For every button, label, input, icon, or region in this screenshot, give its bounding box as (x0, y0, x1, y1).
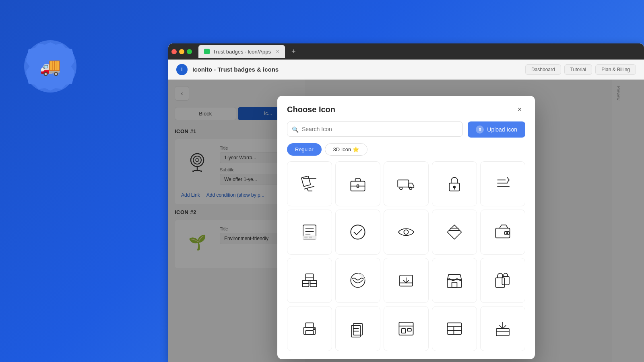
icon-cell-sort-lines[interactable] (480, 161, 525, 206)
main-area: ‹ Block Ic... ICON #1 (168, 80, 644, 362)
minimize-traffic-light[interactable] (179, 49, 184, 54)
traffic-lights (171, 49, 192, 54)
icon-type-tabs: Regular 3D Icon ⭐ (277, 143, 535, 161)
icon-cell-cart-trolley[interactable] (287, 161, 332, 206)
svg-rect-62 (407, 329, 411, 331)
tab-close-button[interactable]: ✕ (276, 49, 279, 54)
icon-grid-container (277, 161, 535, 359)
svg-point-36 (507, 232, 508, 234)
icon-cell-tag-diamond[interactable] (432, 210, 477, 255)
svg-rect-47 (447, 280, 461, 287)
upload-circle-icon: ⬆ (476, 125, 484, 134)
modal-header: Choose Icon × (277, 96, 535, 121)
icon-cell-delivery-truck[interactable] (384, 161, 429, 206)
tab-favicon (204, 49, 210, 54)
background-badge: 🚚 (24, 40, 76, 93)
modal-search-row: 🔍 ⬆ Upload Icon (277, 121, 535, 143)
3d-icon-tab[interactable]: 3D Icon ⭐ (325, 143, 367, 156)
tab-label: Trust badges · Icon/Apps (213, 49, 271, 55)
icon-cell-printer[interactable] (287, 306, 332, 351)
browser-window: Trust badges · Icon/Apps ✕ + I Iconito -… (168, 43, 644, 362)
icon-cell-checkmark[interactable] (335, 210, 380, 255)
icon-grid (287, 161, 525, 351)
icon-cell-basket[interactable] (335, 258, 380, 303)
truck-icon: 🚚 (40, 57, 61, 76)
search-input-wrap: 🔍 (287, 121, 463, 138)
svg-point-14 (400, 187, 402, 189)
icon-cell-shop[interactable] (384, 306, 429, 351)
plan-billing-button[interactable]: Plan & Billing (595, 64, 636, 75)
app-logo: I (176, 64, 188, 75)
dashboard-button[interactable]: Dashboard (525, 64, 561, 75)
svg-rect-63 (447, 323, 461, 335)
modal-title: Choose Icon (287, 105, 335, 114)
icon-cell-inbox-download[interactable] (384, 258, 429, 303)
svg-rect-52 (305, 323, 313, 327)
svg-rect-28 (309, 237, 312, 238)
svg-marker-31 (447, 225, 461, 239)
app-bar-actions: Dashboard Tutorial Plan & Billing (525, 64, 636, 75)
icon-cell-wallet[interactable] (480, 210, 525, 255)
icon-cell-download-box[interactable] (480, 306, 525, 351)
regular-tab[interactable]: Regular (287, 143, 322, 156)
svg-rect-53 (305, 331, 313, 335)
icon-cell-document[interactable] (287, 210, 332, 255)
icon-cell-shopping-bags[interactable] (480, 258, 525, 303)
modal-overlay: Choose Icon × 🔍 ⬆ Upload Icon Regular (168, 80, 644, 362)
svg-rect-61 (402, 329, 406, 333)
svg-line-8 (304, 186, 314, 189)
app-name: Iconito - Trust badges & icons (192, 66, 279, 73)
svg-rect-13 (398, 180, 409, 187)
upload-btn-label: Upload Icon (487, 126, 517, 133)
search-icon-input[interactable] (287, 121, 463, 137)
new-tab-button[interactable]: + (288, 47, 299, 56)
active-tab[interactable]: Trust badges · Icon/Apps ✕ (198, 45, 285, 58)
svg-rect-49 (495, 278, 504, 288)
modal-close-button[interactable]: × (514, 104, 525, 115)
svg-rect-48 (452, 282, 457, 288)
icon-cell-eye[interactable] (384, 210, 429, 255)
tutorial-button[interactable]: Tutorial (564, 64, 592, 75)
icon-cell-table-list[interactable] (432, 306, 477, 351)
svg-point-29 (351, 225, 365, 239)
search-icon: 🔍 (292, 126, 299, 133)
svg-point-54 (314, 329, 315, 330)
close-traffic-light[interactable] (171, 49, 177, 54)
svg-point-30 (404, 230, 408, 234)
icon-cell-briefcase[interactable] (335, 161, 380, 206)
svg-rect-27 (304, 237, 308, 238)
choose-icon-modal: Choose Icon × 🔍 ⬆ Upload Icon Regular (277, 96, 535, 359)
icon-cell-storefront[interactable] (432, 258, 477, 303)
upload-icon-button[interactable]: ⬆ Upload Icon (468, 121, 525, 138)
icon-cell-files[interactable] (335, 306, 380, 351)
app-bar: I Iconito - Trust badges & icons Dashboa… (168, 60, 644, 80)
icon-cell-padlock[interactable] (432, 161, 477, 206)
maximize-traffic-light[interactable] (187, 49, 192, 54)
icon-cell-boxes[interactable] (287, 258, 332, 303)
tab-bar: Trust badges · Icon/Apps ✕ + (168, 43, 644, 60)
svg-rect-7 (301, 176, 311, 187)
